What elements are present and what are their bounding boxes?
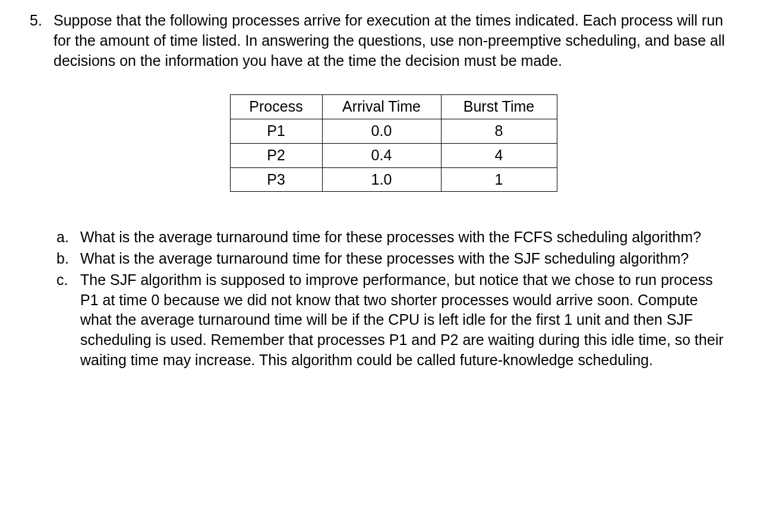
cell-arrival: 1.0 <box>322 167 441 192</box>
cell-process: P2 <box>230 143 322 167</box>
subitem-b: b. What is the average turnaround time f… <box>53 249 733 269</box>
subitem-label: a. <box>53 227 80 248</box>
cell-burst: 1 <box>441 167 557 192</box>
question-block: 5. Suppose that the following processes … <box>18 11 745 372</box>
process-table-wrap: Process Arrival Time Burst Time P1 0.0 8… <box>53 94 733 192</box>
table-header-burst: Burst Time <box>441 95 557 119</box>
cell-burst: 8 <box>441 119 557 144</box>
process-table: Process Arrival Time Burst Time P1 0.0 8… <box>230 94 557 192</box>
cell-arrival: 0.4 <box>322 143 441 167</box>
table-header-arrival: Arrival Time <box>322 95 441 119</box>
table-row: P1 0.0 8 <box>230 119 557 144</box>
subitem-label: b. <box>53 249 80 269</box>
subitems-list: a. What is the average turnaround time f… <box>53 227 733 370</box>
document-page: 5. Suppose that the following processes … <box>0 0 763 382</box>
question-body: Suppose that the following processes arr… <box>53 11 745 372</box>
table-header-row: Process Arrival Time Burst Time <box>230 95 557 119</box>
table-row: P2 0.4 4 <box>230 143 557 167</box>
subitem-text: The SJF algorithm is supposed to improve… <box>80 270 733 370</box>
cell-process: P3 <box>230 167 322 192</box>
cell-process: P1 <box>230 119 322 144</box>
subitem-label: c. <box>53 270 80 290</box>
subitem-text: What is the average turnaround time for … <box>80 227 733 248</box>
subitem-c: c. The SJF algorithm is supposed to impr… <box>53 270 733 370</box>
subitem-text: What is the average turnaround time for … <box>80 249 733 269</box>
cell-arrival: 0.0 <box>322 119 441 144</box>
cell-burst: 4 <box>441 143 557 167</box>
table-header-process: Process <box>230 95 322 119</box>
question-number: 5. <box>18 11 53 31</box>
table-row: P3 1.0 1 <box>230 167 557 192</box>
subitem-a: a. What is the average turnaround time f… <box>53 227 733 248</box>
question-main-text: Suppose that the following processes arr… <box>53 11 733 71</box>
